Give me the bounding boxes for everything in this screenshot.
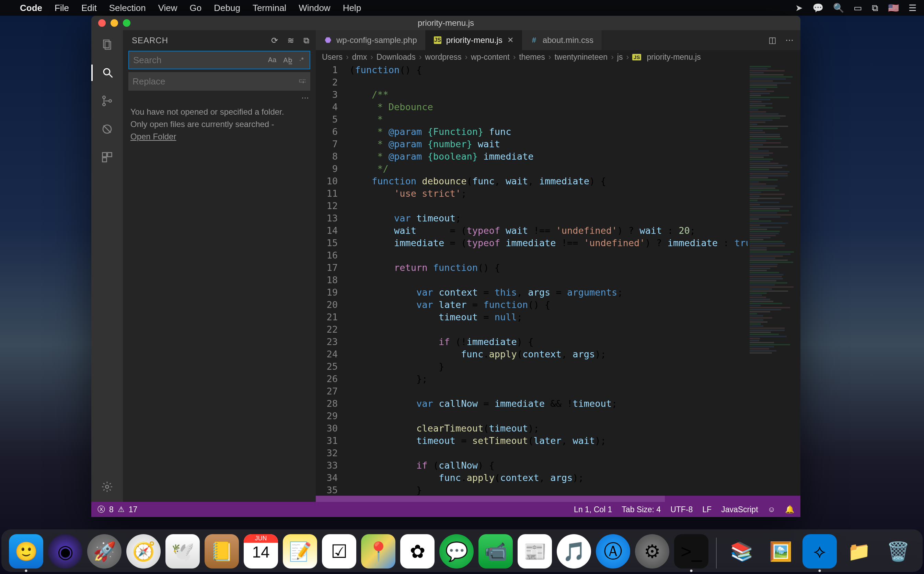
menu-file[interactable]: File	[55, 3, 69, 13]
app-menu[interactable]: Code	[20, 3, 42, 13]
debug-icon[interactable]	[99, 121, 115, 137]
tab-wp-config[interactable]: ⬣ wp-config-sample.php	[316, 30, 426, 50]
dock-app-messages[interactable]: 💬	[439, 534, 474, 569]
dock-app-terminal[interactable]: >_	[674, 534, 708, 569]
clear-search-icon[interactable]: ≋	[287, 36, 294, 45]
dock-app-launchpad[interactable]: 🚀	[87, 534, 121, 569]
svg-point-4	[102, 96, 105, 99]
collapse-results-icon[interactable]: ⧉	[304, 36, 310, 45]
status-tab-size[interactable]: Tab Size: 4	[622, 505, 661, 514]
match-whole-word-toggle[interactable]: Ab̲	[282, 55, 294, 65]
svg-point-6	[109, 99, 112, 102]
menu-window[interactable]: Window	[299, 3, 330, 13]
dock-app-contacts[interactable]: 📒	[205, 534, 239, 569]
svg-rect-10	[108, 153, 112, 157]
status-eol[interactable]: LF	[702, 505, 711, 514]
code-editor[interactable]: 1234567891011121314151617181920212223242…	[316, 64, 748, 496]
dock-app-vscode[interactable]: ⟡	[803, 534, 837, 569]
menu-go[interactable]: Go	[190, 3, 202, 13]
minimize-window-button[interactable]	[110, 19, 118, 27]
dock-app-facetime[interactable]: 📹	[479, 534, 513, 569]
dock-app-calendar[interactable]: JUN14	[244, 534, 278, 569]
tab-about-css[interactable]: # about.min.css	[522, 30, 602, 50]
toggle-search-details-icon[interactable]: ⋯	[301, 93, 309, 102]
source-control-icon[interactable]	[99, 93, 115, 109]
more-actions-icon[interactable]: ⋯	[785, 35, 793, 45]
svg-point-5	[102, 103, 105, 106]
status-cursor-icon[interactable]: ➤	[795, 3, 803, 13]
errors-icon[interactable]: ⓧ	[98, 504, 105, 515]
code-content[interactable]: (function() { /** * Debounce * * @param …	[345, 64, 748, 496]
dock-app-itunes[interactable]: 🎵	[557, 534, 591, 569]
dock-app-safari[interactable]: 🧭	[126, 534, 161, 569]
horizontal-scrollbar[interactable]	[316, 496, 800, 502]
js-file-icon: JS	[434, 36, 441, 44]
dock-app-books[interactable]: 📚	[724, 534, 759, 569]
tab-label: wp-config-sample.php	[336, 35, 417, 45]
search-icon[interactable]	[91, 65, 123, 81]
settings-gear-icon[interactable]	[99, 479, 115, 495]
search-input[interactable]	[129, 55, 266, 66]
dock-app-siri[interactable]: ◉	[48, 534, 82, 569]
displays-icon[interactable]: ⧉	[872, 3, 878, 13]
warnings-icon[interactable]: ⚠	[118, 505, 124, 514]
replace-all-icon[interactable]: ⮓	[299, 77, 310, 86]
dock-app-notes[interactable]: 📝	[283, 534, 317, 569]
menu-selection[interactable]: Selection	[109, 3, 146, 13]
dock-app-mail[interactable]: 🕊️	[165, 534, 200, 569]
feedback-icon[interactable]: ☺	[768, 505, 775, 514]
battery-icon[interactable]: ▭	[854, 3, 862, 13]
dock-app-news[interactable]: 📰	[518, 534, 552, 569]
tab-priority-menu[interactable]: JS priority-menu.js ✕	[426, 30, 522, 50]
dock-app-maps[interactable]: 📍	[361, 534, 395, 569]
errors-count[interactable]: 8	[109, 505, 113, 514]
status-ln-col[interactable]: Ln 1, Col 1	[574, 505, 612, 514]
dock-app-desktop[interactable]: 🖼️	[763, 534, 798, 569]
notifications-icon[interactable]: 💬	[812, 3, 823, 13]
minimap[interactable]	[748, 64, 800, 496]
php-file-icon: ⬣	[324, 36, 332, 44]
status-language[interactable]: JavaScript	[721, 505, 758, 514]
dock-app-appstore[interactable]: Ⓐ	[596, 534, 630, 569]
dock-app-reminders[interactable]: ☑︎	[322, 534, 356, 569]
dock-app-finder[interactable]: 🙂	[9, 534, 43, 569]
menu-help[interactable]: Help	[343, 3, 361, 13]
svg-line-8	[104, 126, 111, 133]
close-tab-icon[interactable]: ✕	[507, 36, 513, 45]
dock-app-preferences[interactable]: ⚙︎	[635, 534, 669, 569]
status-encoding[interactable]: UTF-8	[671, 505, 693, 514]
bell-icon[interactable]: 🔔	[785, 505, 794, 514]
use-regex-toggle[interactable]: ·*	[298, 55, 305, 65]
menu-debug[interactable]: Debug	[214, 3, 240, 13]
js-file-icon: JS	[632, 54, 641, 60]
dock-app-downloads[interactable]: 📁	[842, 534, 876, 569]
menu-edit[interactable]: Edit	[81, 3, 97, 13]
editor-group: ⬣ wp-config-sample.php JS priority-menu.…	[316, 30, 800, 502]
explorer-icon[interactable]	[99, 36, 115, 53]
zoom-window-button[interactable]	[123, 19, 131, 27]
breadcrumbs[interactable]: Users› dmx› Downloads› wordpress› wp-con…	[316, 50, 800, 64]
split-editor-icon[interactable]: ◫	[768, 35, 776, 45]
close-window-button[interactable]	[98, 19, 106, 27]
css-file-icon: #	[530, 36, 538, 44]
sidebar-title: SEARCH	[132, 36, 168, 45]
input-flag-icon[interactable]: 🇺🇸	[888, 3, 899, 13]
match-case-toggle[interactable]: Aa	[266, 55, 278, 65]
window-titlebar[interactable]: priority-menu.js	[91, 16, 800, 30]
extensions-icon[interactable]	[99, 149, 115, 166]
svg-line-3	[110, 74, 113, 77]
window-title: priority-menu.js	[418, 18, 474, 28]
dock-app-trash[interactable]: 🗑️	[881, 534, 915, 569]
dock-app-photos[interactable]: ✿	[400, 534, 434, 569]
status-bar: ⓧ 8 ⚠ 17 Ln 1, Col 1 Tab Size: 4 UTF-8 L…	[91, 502, 800, 517]
refresh-icon[interactable]: ⟳	[271, 36, 279, 45]
warnings-count[interactable]: 17	[129, 505, 138, 514]
menu-terminal[interactable]: Terminal	[253, 3, 286, 13]
spotlight-icon[interactable]: 🔍	[833, 3, 844, 13]
menu-view[interactable]: View	[158, 3, 178, 13]
replace-input[interactable]	[128, 76, 299, 87]
macos-dock: 🙂◉🚀🧭🕊️📒JUN14📝☑︎📍✿💬📹📰🎵Ⓐ⚙︎>_📚🖼️⟡📁🗑️	[2, 529, 922, 572]
open-folder-link[interactable]: Open Folder	[131, 132, 176, 141]
dock-separator	[716, 538, 717, 569]
control-center-icon[interactable]: ☰	[908, 3, 916, 13]
